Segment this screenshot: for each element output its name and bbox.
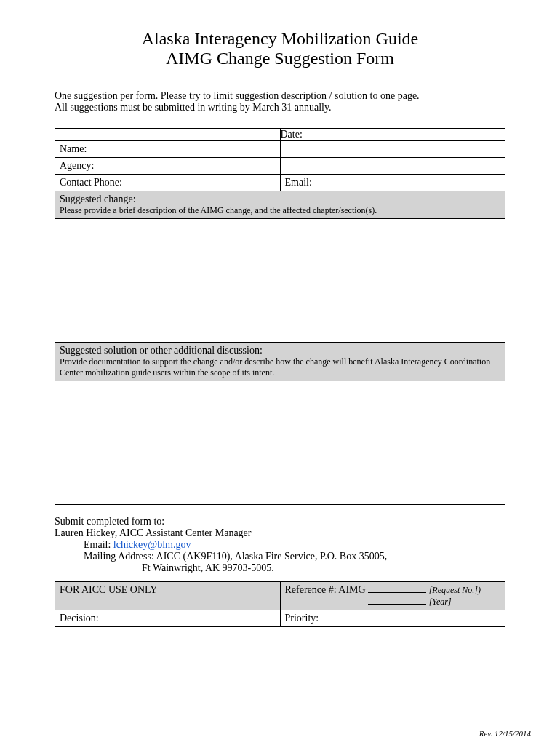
email-label: Email: — [285, 177, 312, 188]
contact-phone-label: Contact Phone: — [60, 177, 122, 188]
form-table: Date: Name: Agency: Contact Phone: Email… — [55, 128, 505, 505]
agency-cell[interactable]: Agency: — [55, 158, 281, 175]
submit-heading: Submit completed form to: — [55, 516, 505, 527]
aicc-decision-label: Decision: — [60, 613, 99, 624]
submit-email-label: Email: — [84, 539, 113, 550]
agency-value-cell[interactable] — [280, 158, 505, 175]
submit-email-line: Email: lchickey@blm.gov — [55, 539, 505, 551]
aicc-decision-cell[interactable]: Decision: — [55, 610, 281, 627]
title-line-2: AIMG Change Suggestion Form — [55, 49, 505, 68]
agency-label: Agency: — [60, 160, 94, 171]
submit-email-link[interactable]: lchickey@blm.gov — [113, 539, 191, 550]
suggested-solution-header: Suggested solution or other additional d… — [55, 343, 505, 381]
aicc-table: FOR AICC USE ONLY Reference #: AIMG [Req… — [55, 581, 505, 627]
aicc-priority-cell[interactable]: Priority: — [280, 610, 505, 627]
aicc-reference-label: Reference #: AIMG — [285, 584, 366, 595]
aicc-year-hint: [Year] — [429, 597, 452, 607]
suggested-solution-label: Suggested solution or other additional d… — [60, 345, 500, 356]
aicc-reference-cell[interactable]: Reference #: AIMG [Request No.]) Referen… — [280, 582, 505, 610]
submit-block: Submit completed form to: Lauren Hickey,… — [55, 516, 505, 574]
contact-phone-cell[interactable]: Contact Phone: — [55, 175, 281, 191]
name-value-cell[interactable] — [280, 141, 505, 158]
date-cell[interactable]: Date: — [280, 129, 505, 141]
aicc-year-line[interactable] — [368, 604, 426, 605]
suggested-solution-input[interactable] — [55, 381, 505, 505]
submit-name-line: Lauren Hickey, AICC Assistant Center Man… — [55, 527, 505, 539]
footer-rev: Rev. 12/15/2014 — [479, 729, 531, 738]
date-label: Date: — [281, 129, 303, 140]
name-label: Name: — [60, 143, 87, 154]
submit-mailing-line2: Ft Wainwright, AK 99703-5005. — [55, 562, 505, 574]
aicc-use-only-label: FOR AICC USE ONLY — [55, 582, 281, 610]
suggested-change-sub: Please provide a brief description of th… — [60, 205, 500, 216]
aicc-request-no-line[interactable] — [368, 592, 426, 593]
title-line-1: Alaska Interagency Mobilization Guide — [55, 29, 505, 49]
blank-cell-left — [55, 129, 281, 141]
email-cell[interactable]: Email: — [280, 175, 505, 191]
suggested-solution-sub: Provide documentation to support the cha… — [60, 356, 500, 378]
aicc-priority-label: Priority: — [285, 613, 319, 624]
suggested-change-label: Suggested change: — [60, 194, 500, 205]
submit-mailing-line: Mailing Address: AICC (AK9F110), Alaska … — [55, 551, 505, 562]
aicc-request-no-hint: [Request No.]) — [429, 585, 481, 595]
title-block: Alaska Interagency Mobilization Guide AI… — [55, 29, 505, 68]
intro-text: One suggestion per form. Please try to l… — [55, 90, 505, 113]
intro-line-1: One suggestion per form. Please try to l… — [55, 90, 505, 102]
suggested-change-header: Suggested change: Please provide a brief… — [55, 191, 505, 219]
name-cell[interactable]: Name: — [55, 141, 281, 158]
intro-line-2: All suggestions must be submitted in wri… — [55, 102, 505, 113]
suggested-change-input[interactable] — [55, 219, 505, 343]
